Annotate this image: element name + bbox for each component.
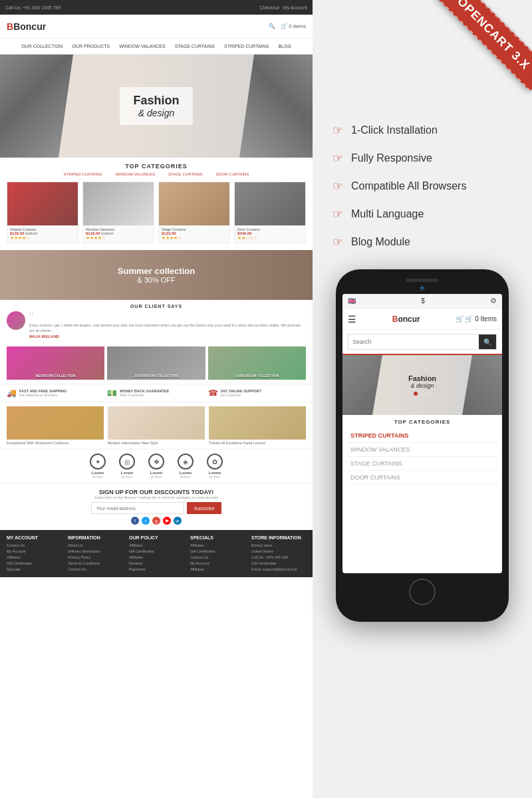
header-icons: 🔍 🛒 0 items <box>269 23 306 29</box>
phone-camera <box>420 286 425 291</box>
feature-text-1: 1-Click Installation <box>351 124 438 136</box>
phone-hero: Fashion & design <box>342 355 502 415</box>
footer-columns: MY ACCOUNT Contact UsMy AccountAffiliate… <box>7 535 306 572</box>
product-image-2 <box>83 182 154 225</box>
shipping-icon: 🚚 <box>7 388 17 398</box>
nav-blog[interactable]: BLOG <box>278 44 291 49</box>
subscribe-button[interactable]: Subscribe <box>187 502 221 514</box>
facebook-icon[interactable]: f <box>131 517 139 525</box>
logo-1: ✦ Lorem sit illum <box>90 454 106 479</box>
logo-icon-3: ❖ <box>148 454 164 469</box>
testimonial-author: MAJA IRELAND <box>29 334 306 338</box>
promo-title: Summer collection <box>118 266 195 276</box>
cat-label-1[interactable]: STRIPED CURTAINS <box>64 172 102 176</box>
pr-img-3 <box>209 406 306 440</box>
subscribe-input[interactable] <box>91 502 184 514</box>
phone-currency: $ <box>421 297 425 305</box>
cat-label-4[interactable]: DOOR CURTAINS <box>216 172 249 176</box>
product-card-2: Window Valances $110.00 $125.00 ★★★★☆ <box>82 182 154 243</box>
nav-stage[interactable]: STAGE CURTAINS <box>175 44 215 49</box>
product-image-4 <box>235 182 305 225</box>
phone-hero-subtitle: & design <box>408 382 436 389</box>
main-nav: OUR COLLECTION OUR PRODUCTS WINDOW VALAN… <box>0 39 313 55</box>
phone-search-button[interactable]: 🔍 <box>479 334 496 349</box>
phone-search-input[interactable] <box>348 334 479 349</box>
footer-col-store: STORE INFORMATION Boncur storeUnited Sta… <box>251 535 306 572</box>
feature-row-1: ☞ 1-Click Installation <box>332 116 512 144</box>
logo-2: ◎ Lorem sit illum <box>119 454 135 479</box>
curtain-left <box>0 55 73 158</box>
nav-collection[interactable]: OUR COLLECTION <box>21 44 63 49</box>
product-image-3 <box>159 182 229 225</box>
hero-banner: Fashion & design <box>0 55 313 158</box>
site-footer: MY ACCOUNT Contact UsMy AccountAffiliate… <box>0 530 313 577</box>
nav-products[interactable]: OUR PRODUCTS <box>72 44 110 49</box>
categories-title: TOP CATEGORIES <box>0 158 313 172</box>
account-link[interactable]: My Account <box>283 5 307 10</box>
feature-money: 💵 MONEY BACK GUARANTEE Back Guarantee <box>107 388 205 398</box>
features-row: 🚚 FAST AND FREE SHIPPING free shipping o… <box>0 384 313 402</box>
search-icon[interactable]: 🔍 <box>269 23 275 29</box>
testimonial-text: Every chance I get, I settle the drapes.… <box>29 323 306 333</box>
phone-category-stage[interactable]: STAGE CURTAINS <box>348 457 497 471</box>
phone-category-door[interactable]: DOOR CURTAINS <box>348 471 497 485</box>
product-stars-2: ★★★★☆ <box>86 235 151 241</box>
pr-label-1: Exceptional With Showroom Cushions <box>7 441 104 445</box>
right-panel: OPENCART 3.X ☞ 1-Click Installation ☞ Fu… <box>313 0 532 798</box>
nav-valances[interactable]: WINDOW VALANCES <box>119 44 166 49</box>
phone-menu-icon[interactable]: ☰ <box>348 314 356 325</box>
product-row-2: Exceptional With Showroom Cushions Moder… <box>0 402 313 449</box>
phone-hero-dots <box>408 392 436 396</box>
dot-2 <box>420 392 424 396</box>
phone-category-valances[interactable]: WINDOW VALANCES <box>348 443 497 457</box>
product-stars-3: ★★★★☆ <box>162 235 227 241</box>
gallery-item-1[interactable]: BEDROOM COLLECTION <box>7 346 104 380</box>
promo-banner: Summer collection & 30% OFF <box>0 250 313 300</box>
pr-img-1 <box>7 406 104 440</box>
logo-4: ◈ Lorem sit illum <box>178 454 194 479</box>
googleplus-icon[interactable]: g <box>152 517 160 525</box>
feature-row-5: ☞ Blog Module <box>332 228 512 256</box>
feature-text-2: Fully Responsive <box>351 152 432 164</box>
dot-3 <box>427 392 431 396</box>
top-bar: Call Us: +91 800 2345 789 Checkout My Ac… <box>0 0 313 15</box>
nav-striped[interactable]: STRIPED CURTAINS <box>224 44 269 49</box>
gallery-row: BEDROOM COLLECTION DOORROOM COLLECTION L… <box>0 342 313 384</box>
hand-icon-2: ☞ <box>332 151 343 166</box>
phone-speaker <box>406 279 439 282</box>
pr-card-2: Modern Interiorwear New Style <box>108 406 205 445</box>
product-card-3: Stage Curtains $123.00 ★★★★☆ <box>158 182 230 243</box>
pr-card-3: Trends All Excellene Fapta Lumina <box>209 406 306 445</box>
phone-category-striped[interactable]: STRIPED CURTAINS <box>348 429 497 443</box>
twitter-icon[interactable]: t <box>142 517 150 525</box>
gallery-item-2[interactable]: DOORROOM COLLECTION <box>107 346 205 380</box>
youtube-icon[interactable]: ▶ <box>163 517 171 525</box>
checkout-link[interactable]: Checkout <box>259 5 279 10</box>
phone-search-bar: 🔍 <box>342 330 502 355</box>
dot-1 <box>414 392 418 396</box>
gallery-item-3[interactable]: LIVINGROOM COLLECTION <box>208 346 306 380</box>
feature-support: ☎ 24/7 ONLINE SUPPORT For Customer <box>208 388 306 398</box>
footer-col-store-title: STORE INFORMATION <box>251 535 306 540</box>
social-icons: f t g ▶ in <box>20 517 293 525</box>
feature-text-4: Multi Language <box>351 208 424 220</box>
phone-cart-icon[interactable]: 🛒 🛒 0 Items <box>456 315 497 323</box>
footer-col-policy: OUR POLICY AffiliatesGift CertificatesAf… <box>129 535 184 572</box>
cat-label-2[interactable]: WINDOW VALANCES <box>115 172 155 176</box>
cart-icon[interactable]: 🛒 0 items <box>281 23 306 29</box>
phone-home-button[interactable] <box>409 579 436 605</box>
logo-icon-4: ◈ <box>178 454 194 469</box>
phone-hero-title: Fashion <box>408 374 436 382</box>
product-grid: Striped Curtains $132.00 $165.00 ★★★★☆ W… <box>0 179 313 246</box>
phone-header: ☰ Boncur 🛒 🛒 0 Items <box>342 309 502 330</box>
linkedin-icon[interactable]: in <box>174 517 182 525</box>
hero-subtitle: & design <box>133 108 179 118</box>
footer-col-account-links: Contact UsMy AccountAffiliatesGift Certi… <box>7 543 61 572</box>
opencart-badge: OPENCART 3.X <box>412 0 532 120</box>
footer-col-specials: SPECIALS AffiliatesGift CertificatesCont… <box>190 535 245 572</box>
cat-label-3[interactable]: STAGE CURTAINS <box>168 172 203 176</box>
product-card-4: Door Curtains $340.00 ★★☆☆☆ <box>234 182 306 243</box>
hand-icon-5: ☞ <box>332 235 343 249</box>
footer-col-store-links: Boncur storeUnited StatesCall Us: +976 4… <box>251 543 306 572</box>
feature-text-3: Compatible All Browsers <box>351 180 466 192</box>
